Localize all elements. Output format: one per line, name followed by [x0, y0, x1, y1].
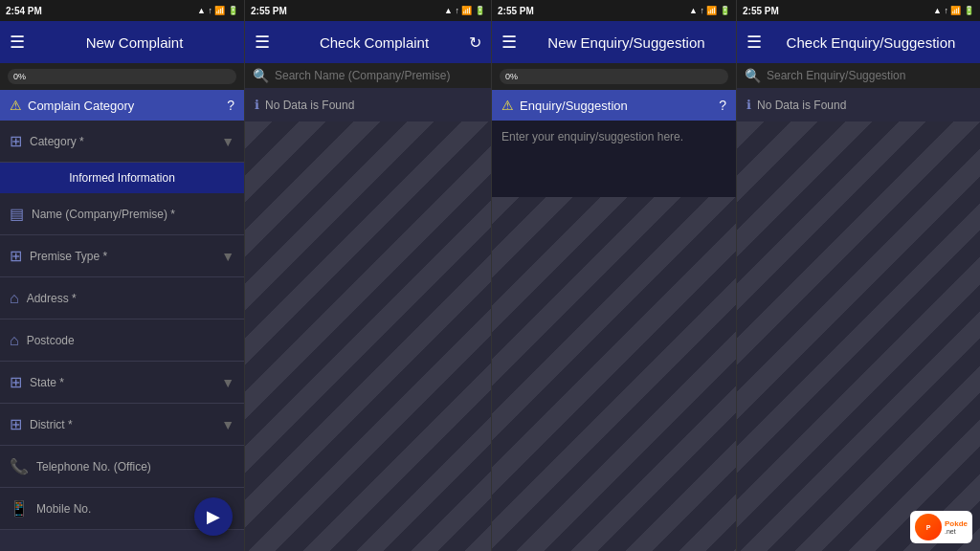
progress-label-3: 0%: [505, 72, 518, 81]
menu-icon-3[interactable]: ☰: [501, 32, 517, 53]
pokde-logo: P Pokde .net: [910, 511, 972, 543]
pokde-icon: P: [915, 514, 942, 540]
time-4: 2:55 PM: [743, 6, 779, 16]
check-complaint-panel: 2:55 PM ▲ ↑ 📶 🔋 ☰ Check Complaint ↻ 🔍 ℹ …: [245, 0, 492, 551]
telephone-field[interactable]: 📞 Telephone No. (Office): [0, 446, 244, 488]
info-icon-2: ℹ: [255, 98, 259, 112]
layers-icon-1: ⊞: [10, 132, 22, 150]
no-data-2: ℹ No Data is Found: [245, 88, 491, 121]
progress-track-1: 0%: [8, 69, 236, 84]
search-icon-4: 🔍: [745, 68, 761, 83]
postcode-label: Postcode: [27, 334, 234, 347]
panel2-header: ☰ Check Complaint ↻: [245, 21, 491, 63]
progress-track-3: 0%: [500, 69, 728, 84]
panel1-title: New Complaint: [34, 34, 234, 51]
address-field[interactable]: ⌂ Address *: [0, 277, 244, 320]
menu-icon-1[interactable]: ☰: [10, 32, 25, 53]
panel3-title: New Enquiry/Suggestion: [526, 34, 726, 51]
panel4-header: ☰ Check Enquiry/Suggestion: [737, 21, 980, 63]
category-field[interactable]: ⊞ Category * ▼: [0, 121, 244, 163]
status-bar-3: 2:55 PM ▲ ↑ 📶 🔋: [492, 0, 736, 21]
search-input-2[interactable]: [275, 69, 483, 82]
search-bar-4: 🔍: [737, 63, 980, 88]
help-icon-1[interactable]: ?: [227, 98, 234, 113]
name-label: Name (Company/Premise) *: [32, 208, 234, 221]
menu-icon-4[interactable]: ☰: [746, 32, 762, 53]
home-icon-1: ⌂: [10, 290, 19, 307]
alert-icon-1: ⚠: [10, 98, 22, 113]
pokde-name: Pokde: [945, 519, 968, 528]
pokde-net: .net: [945, 528, 968, 535]
layers-icon-4: ⊞: [10, 415, 22, 433]
status-icons-2: ▲ ↑ 📶 🔋: [444, 6, 485, 15]
district-label: District *: [30, 418, 221, 431]
layers-icon-3: ⊞: [10, 373, 22, 391]
district-arrow: ▼: [221, 417, 234, 432]
status-bar-2: 2:55 PM ▲ ↑ 📶 🔋: [245, 0, 491, 21]
section-title-3: Enquiry/Suggestion: [520, 99, 719, 113]
panel4-title: Check Enquiry/Suggestion: [771, 34, 970, 51]
home-icon-2: ⌂: [10, 332, 19, 349]
panel2-title: Check Complaint: [279, 34, 469, 51]
phone-icon-2: 📱: [10, 499, 29, 518]
fab-button-1[interactable]: ▶: [194, 497, 233, 536]
name-field[interactable]: ▤ Name (Company/Premise) *: [0, 193, 244, 235]
tiled-bg-4: P Pokde .net: [737, 121, 980, 551]
form-content-1: ⊞ Category * ▼ Informed Information ▤ Na…: [0, 121, 244, 551]
state-label: State *: [30, 376, 221, 389]
category-arrow: ▼: [221, 134, 234, 149]
postcode-field[interactable]: ⌂ Postcode: [0, 320, 244, 362]
time-3: 2:55 PM: [498, 6, 534, 16]
address-label: Address *: [27, 292, 234, 305]
status-bar-4: 2:55 PM ▲ ↑ 📶 🔋: [737, 0, 980, 21]
tiled-bg-2: [245, 121, 491, 551]
refresh-icon-2[interactable]: ↻: [469, 33, 481, 52]
time-1: 2:54 PM: [6, 6, 42, 16]
category-label: Category *: [30, 135, 221, 148]
informed-info-btn[interactable]: Informed Information: [0, 163, 244, 193]
help-icon-3[interactable]: ?: [719, 98, 726, 113]
tiled-bg-3: [492, 197, 736, 551]
check-enquiry-panel: 2:55 PM ▲ ↑ 📶 🔋 ☰ Check Enquiry/Suggesti…: [737, 0, 980, 551]
new-complaint-panel: 2:54 PM ▲ ↑ 📶 🔋 ☰ New Complaint 0% ⚠ Com…: [0, 0, 245, 551]
telephone-label: Telephone No. (Office): [36, 460, 234, 474]
layers-icon-2: ⊞: [10, 247, 22, 265]
pokde-text: Pokde .net: [945, 519, 968, 535]
progress-container-3: 0%: [492, 63, 736, 90]
enquiry-textarea-area: Enter your enquiry/suggestion here.: [492, 121, 736, 197]
section-header-1: ⚠ Complain Category ?: [0, 90, 244, 121]
no-data-label-4: No Data is Found: [757, 99, 846, 112]
search-bar-2: 🔍: [245, 63, 491, 88]
panel3-header: ☰ New Enquiry/Suggestion: [492, 21, 736, 63]
alert-icon-3: ⚠: [501, 98, 514, 113]
state-arrow: ▼: [221, 375, 234, 390]
enquiry-placeholder: Enter your enquiry/suggestion here.: [501, 130, 683, 143]
district-field[interactable]: ⊞ District * ▼: [0, 404, 244, 446]
search-icon-2: 🔍: [253, 68, 269, 83]
informed-info-label: Informed Information: [69, 171, 175, 185]
status-icons-1: ▲ ↑ 📶 🔋: [197, 6, 238, 15]
phone-icon-1: 📞: [10, 457, 29, 475]
section-title-1: Complain Category: [28, 99, 227, 113]
state-field[interactable]: ⊞ State * ▼: [0, 362, 244, 404]
premise-type-label: Premise Type *: [30, 250, 221, 263]
progress-container-1: 0%: [0, 63, 244, 90]
search-input-4[interactable]: [767, 69, 972, 82]
status-bar-1: 2:54 PM ▲ ↑ 📶 🔋: [0, 0, 244, 21]
info-icon-4: ℹ: [746, 98, 751, 112]
new-enquiry-panel: 2:55 PM ▲ ↑ 📶 🔋 ☰ New Enquiry/Suggestion…: [492, 0, 737, 551]
panel1-header: ☰ New Complaint: [0, 21, 244, 63]
status-icons-3: ▲ ↑ 📶 🔋: [689, 6, 730, 15]
premise-arrow: ▼: [221, 249, 234, 264]
premise-type-field[interactable]: ⊞ Premise Type * ▼: [0, 235, 244, 277]
no-data-label-2: No Data is Found: [265, 99, 354, 112]
fab-icon-1: ▶: [207, 506, 220, 527]
time-2: 2:55 PM: [251, 6, 287, 16]
menu-icon-2[interactable]: ☰: [255, 32, 270, 53]
business-icon: ▤: [10, 205, 24, 223]
section-header-3: ⚠ Enquiry/Suggestion ?: [492, 90, 736, 121]
no-data-4: ℹ No Data is Found: [737, 88, 980, 121]
progress-label-1: 0%: [13, 72, 26, 81]
status-icons-4: ▲ ↑ 📶 🔋: [933, 6, 974, 15]
